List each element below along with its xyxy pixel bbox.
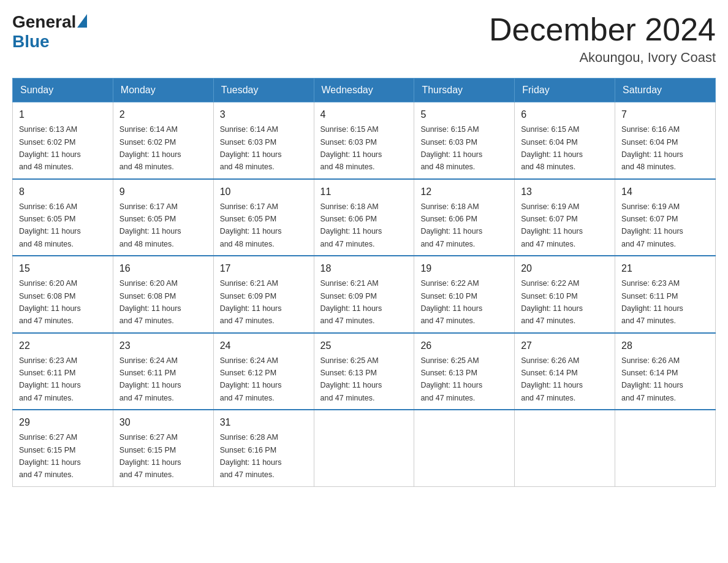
day-number: 7 — [621, 107, 709, 122]
day-info: Sunrise: 6:14 AMSunset: 6:02 PMDaylight:… — [119, 125, 181, 171]
table-row: 24 Sunrise: 6:24 AMSunset: 6:12 PMDaylig… — [213, 333, 314, 410]
day-info: Sunrise: 6:18 AMSunset: 6:06 PMDaylight:… — [320, 202, 382, 248]
table-row: 23 Sunrise: 6:24 AMSunset: 6:11 PMDaylig… — [113, 333, 213, 410]
day-number: 5 — [420, 107, 508, 122]
day-number: 29 — [19, 415, 107, 430]
day-info: Sunrise: 6:15 AMSunset: 6:03 PMDaylight:… — [420, 125, 482, 171]
day-number: 12 — [420, 185, 508, 199]
calendar-week-row: 15 Sunrise: 6:20 AMSunset: 6:08 PMDaylig… — [13, 256, 716, 333]
day-number: 19 — [420, 261, 508, 276]
day-number: 1 — [19, 107, 107, 122]
day-number: 22 — [19, 339, 107, 353]
title-area: December 2024 Akoungou, Ivory Coast — [489, 12, 716, 66]
day-number: 28 — [621, 339, 709, 353]
day-number: 25 — [320, 339, 408, 353]
day-number: 23 — [119, 339, 207, 353]
table-row: 31 Sunrise: 6:28 AMSunset: 6:16 PMDaylig… — [213, 410, 314, 486]
day-info: Sunrise: 6:16 AMSunset: 6:05 PMDaylight:… — [19, 202, 81, 248]
header-monday: Monday — [113, 79, 213, 102]
table-row: 11 Sunrise: 6:18 AMSunset: 6:06 PMDaylig… — [314, 179, 414, 256]
day-number: 13 — [521, 185, 609, 199]
day-info: Sunrise: 6:17 AMSunset: 6:05 PMDaylight:… — [119, 202, 181, 248]
day-number: 30 — [119, 415, 207, 430]
day-info: Sunrise: 6:26 AMSunset: 6:14 PMDaylight:… — [521, 356, 583, 402]
header-sunday: Sunday — [13, 79, 113, 102]
day-info: Sunrise: 6:24 AMSunset: 6:11 PMDaylight:… — [119, 356, 181, 402]
day-number: 18 — [320, 261, 408, 276]
day-info: Sunrise: 6:24 AMSunset: 6:12 PMDaylight:… — [220, 356, 282, 402]
day-number: 9 — [119, 185, 207, 199]
header-saturday: Saturday — [615, 79, 716, 102]
calendar-table: Sunday Monday Tuesday Wednesday Thursday… — [12, 78, 716, 487]
logo-blue-text: Blue — [12, 32, 50, 51]
table-row: 21 Sunrise: 6:23 AMSunset: 6:11 PMDaylig… — [615, 256, 716, 333]
table-row: 26 Sunrise: 6:25 AMSunset: 6:13 PMDaylig… — [414, 333, 515, 410]
table-row: 19 Sunrise: 6:22 AMSunset: 6:10 PMDaylig… — [414, 256, 515, 333]
table-row: 29 Sunrise: 6:27 AMSunset: 6:15 PMDaylig… — [13, 410, 113, 486]
day-number: 26 — [420, 339, 508, 353]
day-number: 24 — [220, 339, 308, 353]
header-friday: Friday — [515, 79, 615, 102]
table-row: 15 Sunrise: 6:20 AMSunset: 6:08 PMDaylig… — [13, 256, 113, 333]
day-number: 31 — [220, 415, 308, 430]
weekday-header-row: Sunday Monday Tuesday Wednesday Thursday… — [13, 79, 716, 102]
table-row: 1 Sunrise: 6:13 AMSunset: 6:02 PMDayligh… — [13, 102, 113, 179]
day-info: Sunrise: 6:18 AMSunset: 6:06 PMDaylight:… — [420, 202, 482, 248]
month-title: December 2024 — [489, 12, 716, 47]
day-number: 17 — [220, 261, 308, 276]
day-number: 4 — [320, 107, 408, 122]
day-number: 14 — [621, 185, 709, 199]
day-info: Sunrise: 6:22 AMSunset: 6:10 PMDaylight:… — [420, 279, 482, 325]
logo: General Blue — [12, 12, 88, 52]
table-row: 4 Sunrise: 6:15 AMSunset: 6:03 PMDayligh… — [314, 102, 414, 179]
table-row — [314, 410, 414, 486]
day-info: Sunrise: 6:25 AMSunset: 6:13 PMDaylight:… — [320, 356, 382, 402]
table-row: 13 Sunrise: 6:19 AMSunset: 6:07 PMDaylig… — [515, 179, 615, 256]
table-row: 17 Sunrise: 6:21 AMSunset: 6:09 PMDaylig… — [213, 256, 314, 333]
day-number: 2 — [119, 107, 207, 122]
day-info: Sunrise: 6:16 AMSunset: 6:04 PMDaylight:… — [621, 125, 683, 171]
table-row: 7 Sunrise: 6:16 AMSunset: 6:04 PMDayligh… — [615, 102, 716, 179]
day-number: 3 — [220, 107, 308, 122]
day-number: 15 — [19, 261, 107, 276]
day-info: Sunrise: 6:20 AMSunset: 6:08 PMDaylight:… — [119, 279, 181, 325]
table-row: 6 Sunrise: 6:15 AMSunset: 6:04 PMDayligh… — [515, 102, 615, 179]
day-number: 21 — [621, 261, 709, 276]
day-number: 6 — [521, 107, 609, 122]
table-row: 8 Sunrise: 6:16 AMSunset: 6:05 PMDayligh… — [13, 179, 113, 256]
day-info: Sunrise: 6:22 AMSunset: 6:10 PMDaylight:… — [521, 279, 583, 325]
day-number: 10 — [220, 185, 308, 199]
table-row: 27 Sunrise: 6:26 AMSunset: 6:14 PMDaylig… — [515, 333, 615, 410]
day-info: Sunrise: 6:21 AMSunset: 6:09 PMDaylight:… — [220, 279, 282, 325]
day-number: 16 — [119, 261, 207, 276]
day-number: 8 — [19, 185, 107, 199]
day-number: 27 — [521, 339, 609, 353]
table-row: 2 Sunrise: 6:14 AMSunset: 6:02 PMDayligh… — [113, 102, 213, 179]
table-row: 22 Sunrise: 6:23 AMSunset: 6:11 PMDaylig… — [13, 333, 113, 410]
page-header: General Blue December 2024 Akoungou, Ivo… — [12, 12, 716, 66]
table-row — [615, 410, 716, 486]
header-thursday: Thursday — [414, 79, 515, 102]
header-wednesday: Wednesday — [314, 79, 414, 102]
day-info: Sunrise: 6:21 AMSunset: 6:09 PMDaylight:… — [320, 279, 382, 325]
day-info: Sunrise: 6:27 AMSunset: 6:15 PMDaylight:… — [119, 433, 181, 479]
day-info: Sunrise: 6:19 AMSunset: 6:07 PMDaylight:… — [521, 202, 583, 248]
day-info: Sunrise: 6:25 AMSunset: 6:13 PMDaylight:… — [420, 356, 482, 402]
logo-triangle-icon — [77, 14, 87, 28]
table-row: 28 Sunrise: 6:26 AMSunset: 6:14 PMDaylig… — [615, 333, 716, 410]
header-tuesday: Tuesday — [213, 79, 314, 102]
day-info: Sunrise: 6:17 AMSunset: 6:05 PMDaylight:… — [220, 202, 282, 248]
table-row: 18 Sunrise: 6:21 AMSunset: 6:09 PMDaylig… — [314, 256, 414, 333]
table-row: 20 Sunrise: 6:22 AMSunset: 6:10 PMDaylig… — [515, 256, 615, 333]
table-row: 3 Sunrise: 6:14 AMSunset: 6:03 PMDayligh… — [213, 102, 314, 179]
table-row: 25 Sunrise: 6:25 AMSunset: 6:13 PMDaylig… — [314, 333, 414, 410]
calendar-week-row: 8 Sunrise: 6:16 AMSunset: 6:05 PMDayligh… — [13, 179, 716, 256]
table-row: 30 Sunrise: 6:27 AMSunset: 6:15 PMDaylig… — [113, 410, 213, 486]
table-row: 16 Sunrise: 6:20 AMSunset: 6:08 PMDaylig… — [113, 256, 213, 333]
day-info: Sunrise: 6:27 AMSunset: 6:15 PMDaylight:… — [19, 433, 81, 479]
day-info: Sunrise: 6:23 AMSunset: 6:11 PMDaylight:… — [19, 356, 81, 402]
day-info: Sunrise: 6:15 AMSunset: 6:03 PMDaylight:… — [320, 125, 382, 171]
day-info: Sunrise: 6:20 AMSunset: 6:08 PMDaylight:… — [19, 279, 81, 325]
location-title: Akoungou, Ivory Coast — [489, 50, 716, 66]
day-number: 11 — [320, 185, 408, 199]
